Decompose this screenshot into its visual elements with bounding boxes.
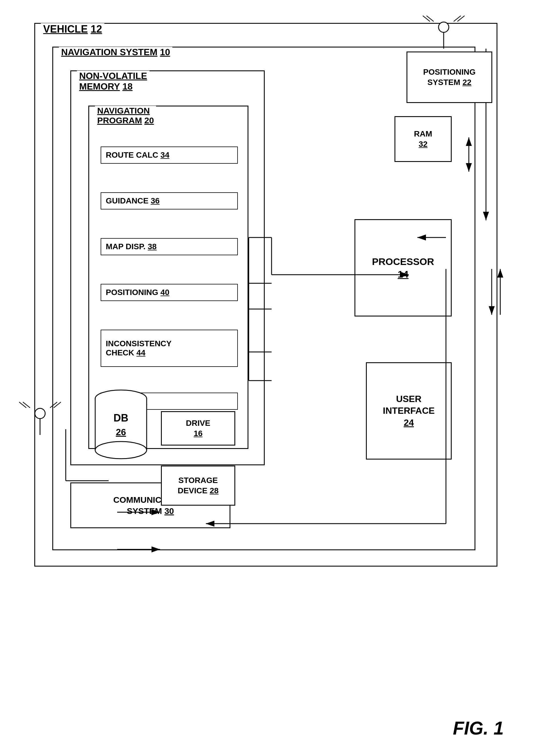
svg-text:26: 26 bbox=[116, 427, 126, 437]
map-disp-label: MAP DISP. 38 bbox=[106, 242, 157, 251]
nav-system-number: 10 bbox=[160, 47, 170, 57]
positioning-inner-label: POSITIONING 40 bbox=[106, 288, 170, 297]
drive-number: 16 bbox=[193, 429, 202, 438]
svg-line-15 bbox=[23, 402, 30, 408]
nav-system-text: NAVIGATION SYSTEM bbox=[61, 47, 157, 57]
nvm-text2: MEMORY bbox=[79, 81, 120, 92]
page: VEHICLE 12 NAVIGATION SYSTEM 10 NON-VOLA… bbox=[0, 0, 538, 756]
nav-prog-label: NAVIGATION PROGRAM 20 bbox=[95, 106, 156, 125]
svg-point-14 bbox=[35, 408, 45, 419]
comm-number: 30 bbox=[164, 506, 174, 516]
positioning-system-number: 22 bbox=[462, 78, 471, 87]
storage-box: STORAGEDEVICE 28 bbox=[161, 466, 235, 506]
top-antenna-svg bbox=[418, 14, 469, 49]
svg-point-8 bbox=[439, 22, 449, 32]
route-calc-box: ROUTE CALC 34 bbox=[101, 147, 238, 164]
db-area: DB 26 bbox=[92, 387, 149, 463]
nav-system-box: NAVIGATION SYSTEM 10 NON-VOLATILE MEMORY… bbox=[52, 47, 475, 550]
nav-prog-text2: PROGRAM bbox=[97, 116, 142, 125]
ui-number: 24 bbox=[404, 417, 414, 428]
vehicle-number: 12 bbox=[91, 23, 102, 35]
processor-number: 14 bbox=[398, 269, 408, 280]
positioning-box-inner: POSITIONING 40 bbox=[101, 284, 238, 301]
svg-line-12 bbox=[457, 16, 464, 22]
processor-label: PROCESSOR14 bbox=[372, 255, 434, 281]
guidance-box: GUIDANCE 36 bbox=[101, 192, 238, 210]
vehicle-label: VEHICLE 12 bbox=[41, 23, 104, 35]
inconsistency-box: INCONSISTENCYCHECK 44 bbox=[101, 330, 238, 367]
svg-line-9 bbox=[426, 16, 434, 22]
svg-text:DB: DB bbox=[114, 412, 128, 424]
svg-line-18 bbox=[54, 402, 61, 408]
drive-label: DRIVE16 bbox=[186, 418, 210, 439]
ram-box: RAM32 bbox=[395, 116, 452, 162]
svg-line-17 bbox=[50, 402, 57, 408]
positioning-system-box: POSITIONINGSYSTEM 22 bbox=[406, 51, 492, 103]
vehicle-box: VEHICLE 12 NAVIGATION SYSTEM 10 NON-VOLA… bbox=[34, 23, 497, 567]
db-cylinder-svg: DB 26 bbox=[92, 387, 149, 462]
map-disp-box: MAP DISP. 38 bbox=[101, 238, 238, 255]
nvm-text1: NON-VOLATILE bbox=[79, 71, 147, 81]
processor-box: PROCESSOR14 bbox=[354, 219, 452, 316]
vehicle-text: VEHICLE bbox=[43, 23, 88, 35]
nav-system-label: NAVIGATION SYSTEM 10 bbox=[59, 47, 172, 57]
ui-box: USERINTERFACE24 bbox=[366, 362, 452, 460]
storage-label: STORAGEDEVICE 28 bbox=[178, 475, 218, 496]
ram-label: RAM32 bbox=[414, 129, 432, 150]
svg-point-4 bbox=[95, 442, 147, 459]
nav-prog-text1: NAVIGATION bbox=[97, 106, 150, 115]
svg-line-16 bbox=[19, 402, 26, 408]
fig-label: FIG. 1 bbox=[453, 718, 504, 739]
drive-box: DRIVE16 bbox=[161, 411, 235, 446]
bottom-antenna-svg bbox=[14, 401, 66, 435]
nvm-label: NON-VOLATILE MEMORY 18 bbox=[77, 71, 149, 92]
route-calc-label: ROUTE CALC 34 bbox=[106, 151, 169, 160]
nav-prog-number: 20 bbox=[144, 116, 154, 125]
svg-line-11 bbox=[454, 16, 461, 22]
ram-number: 32 bbox=[418, 140, 427, 149]
ui-label: USERINTERFACE24 bbox=[383, 393, 435, 429]
nvm-number: 18 bbox=[122, 81, 133, 92]
guidance-label: GUIDANCE 36 bbox=[106, 196, 160, 206]
storage-number: 28 bbox=[210, 486, 218, 495]
svg-line-10 bbox=[423, 16, 430, 22]
positioning-system-label: POSITIONINGSYSTEM 22 bbox=[423, 67, 476, 88]
inconsistency-label: INCONSISTENCYCHECK 44 bbox=[106, 339, 172, 357]
